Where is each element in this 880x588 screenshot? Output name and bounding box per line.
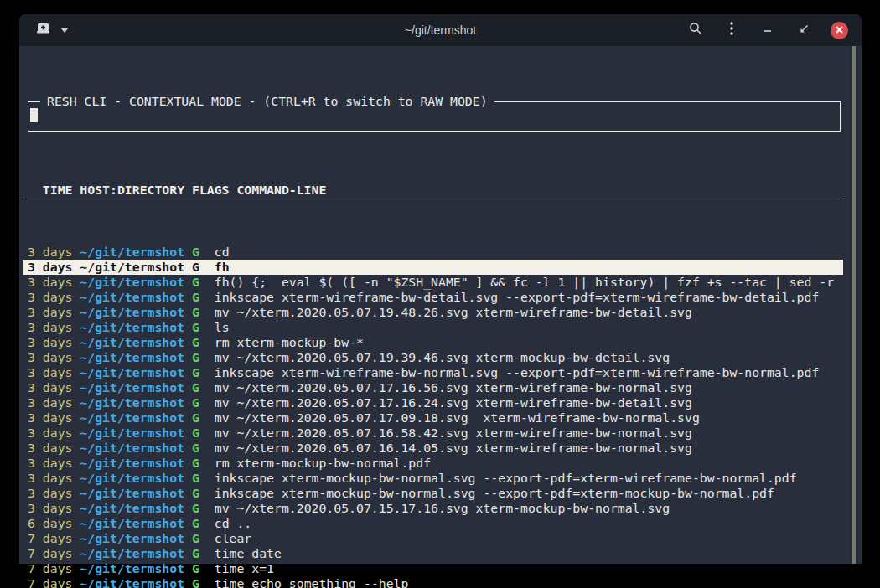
history-row[interactable]: 3 days ~/git/termshot G inkscape xterm-w… bbox=[23, 365, 843, 380]
row-flags: G bbox=[192, 576, 215, 588]
row-flags: G bbox=[192, 561, 215, 575]
history-row[interactable]: 3 days ~/git/termshot G inkscape xterm-w… bbox=[23, 290, 843, 305]
history-row[interactable]: 3 days ~/git/termshot G mv ~/xterm.2020.… bbox=[23, 426, 843, 441]
row-command: inkscape xterm-wireframe-bw-normal.svg -… bbox=[215, 365, 820, 379]
row-time: 3 days bbox=[28, 245, 80, 259]
row-time: 3 days bbox=[28, 456, 80, 470]
row-command: cd .. bbox=[215, 516, 252, 530]
history-row[interactable]: 3 days ~/git/termshot G mv ~/xterm.2020.… bbox=[23, 350, 843, 365]
row-time: 3 days bbox=[28, 441, 80, 455]
row-flags: G bbox=[192, 305, 215, 319]
row-command: mv ~/xterm.2020.05.07.19.39.46.svg xterm… bbox=[215, 350, 670, 364]
kebab-menu-icon bbox=[729, 21, 734, 39]
search-input[interactable]: RESH CLI - CONTEXTUAL MODE - (CTRL+R to … bbox=[28, 101, 841, 132]
row-directory: ~/git/termshot bbox=[80, 456, 192, 470]
history-row[interactable]: 3 days ~/git/termshot G fh() {; eval $( … bbox=[23, 275, 843, 290]
history-row[interactable]: 3 days ~/git/termshot G mv ~/xterm.2020.… bbox=[23, 395, 843, 410]
row-flags: G bbox=[192, 275, 215, 289]
row-time: 3 days bbox=[28, 260, 80, 274]
minimize-button[interactable] bbox=[758, 21, 777, 39]
row-time: 3 days bbox=[28, 486, 80, 500]
row-directory: ~/git/termshot bbox=[80, 275, 192, 289]
menu-button[interactable] bbox=[722, 21, 741, 39]
row-time: 3 days bbox=[28, 290, 80, 304]
row-flags: G bbox=[192, 501, 215, 515]
row-command: mv ~/xterm.2020.05.07.17.09.18.svg xterm… bbox=[215, 410, 700, 425]
row-flags: G bbox=[192, 245, 215, 259]
row-flags: G bbox=[192, 516, 215, 530]
history-row[interactable]: 3 days ~/git/termshot G rm xterm-mockup-… bbox=[23, 456, 843, 471]
row-command: rm xterm-mockup-bw-normal.pdf bbox=[215, 456, 431, 470]
history-row[interactable]: 3 days ~/git/termshot G mv ~/xterm.2020.… bbox=[23, 441, 843, 456]
history-list: 3 days ~/git/termshot G cd3 days ~/git/t… bbox=[23, 245, 843, 588]
row-time: 7 days bbox=[28, 576, 80, 588]
history-row[interactable]: 3 days ~/git/termshot G rm xterm-mockup-… bbox=[23, 335, 843, 350]
history-row[interactable]: 3 days ~/git/termshot G cd bbox=[23, 245, 843, 260]
row-time: 3 days bbox=[28, 320, 80, 334]
row-directory: ~/git/termshot bbox=[80, 245, 192, 259]
row-directory: ~/git/termshot bbox=[80, 531, 192, 545]
row-time: 3 days bbox=[28, 501, 80, 515]
row-command: time echo something --help bbox=[215, 576, 409, 588]
row-directory: ~/git/termshot bbox=[80, 350, 192, 364]
history-row[interactable]: 7 days ~/git/termshot G time echo someth… bbox=[23, 576, 843, 588]
row-command: ls bbox=[215, 320, 230, 334]
row-flags: G bbox=[192, 441, 215, 455]
row-flags: G bbox=[192, 471, 215, 485]
history-row[interactable]: 6 days ~/git/termshot G cd .. bbox=[23, 516, 843, 531]
history-row[interactable]: 3 days ~/git/termshot G ls bbox=[23, 320, 843, 335]
row-command: time x=1 bbox=[215, 561, 274, 575]
row-directory: ~/git/termshot bbox=[80, 335, 192, 349]
row-flags: G bbox=[192, 546, 215, 560]
titlebar[interactable]: ~/git/termshot bbox=[19, 14, 862, 46]
history-row[interactable]: 3 days ~/git/termshot G inkscape xterm-m… bbox=[23, 471, 843, 486]
row-flags: G bbox=[192, 456, 215, 470]
row-directory: ~/git/termshot bbox=[80, 561, 192, 575]
minimize-icon bbox=[763, 23, 773, 38]
row-flags: G bbox=[192, 426, 215, 440]
row-directory: ~/git/termshot bbox=[80, 486, 192, 500]
row-flags: G bbox=[192, 395, 215, 410]
row-directory: ~/git/termshot bbox=[80, 290, 192, 304]
restore-icon bbox=[799, 23, 810, 38]
row-command: mv ~/xterm.2020.05.07.16.58.42.svg xterm… bbox=[215, 426, 692, 440]
scrollbar-thumb[interactable] bbox=[852, 46, 856, 564]
row-command: cd bbox=[215, 245, 230, 259]
row-command: mv ~/xterm.2020.05.07.15.17.16.svg xterm… bbox=[215, 501, 670, 515]
history-row[interactable]: 7 days ~/git/termshot G time x=1 bbox=[23, 561, 843, 576]
row-time: 3 days bbox=[28, 426, 80, 440]
table-header: TIME HOST:DIRECTORY FLAGS COMMAND-LINE bbox=[23, 183, 843, 199]
history-row[interactable]: 7 days ~/git/termshot G clear bbox=[23, 531, 843, 546]
row-directory: ~/git/termshot bbox=[80, 516, 192, 530]
history-row[interactable]: 7 days ~/git/termshot G time date bbox=[23, 546, 843, 561]
row-directory: ~/git/termshot bbox=[80, 305, 192, 319]
chevron-down-icon[interactable] bbox=[60, 28, 69, 33]
row-time: 3 days bbox=[28, 275, 80, 289]
row-time: 6 days bbox=[28, 516, 80, 530]
terminal-screen[interactable]: RESH CLI - CONTEXTUAL MODE - (CTRL+R to … bbox=[19, 46, 862, 564]
search-button[interactable] bbox=[686, 21, 705, 39]
close-icon bbox=[835, 23, 844, 38]
row-command: clear bbox=[215, 531, 252, 545]
restore-button[interactable] bbox=[795, 21, 813, 39]
history-row[interactable]: 3 days ~/git/termshot G mv ~/xterm.2020.… bbox=[23, 305, 843, 320]
history-row[interactable]: 3 days ~/git/termshot G mv ~/xterm.2020.… bbox=[23, 380, 843, 395]
history-row[interactable]: 3 days ~/git/termshot G fh bbox=[23, 260, 843, 275]
row-time: 3 days bbox=[28, 410, 80, 425]
history-row[interactable]: 3 days ~/git/termshot G mv ~/xterm.2020.… bbox=[23, 410, 843, 426]
row-flags: G bbox=[192, 380, 215, 395]
row-time: 3 days bbox=[28, 305, 80, 319]
history-row[interactable]: 3 days ~/git/termshot G inkscape xterm-m… bbox=[23, 486, 843, 501]
new-tab-terminal-icon bbox=[36, 22, 50, 39]
row-time: 3 days bbox=[28, 471, 80, 485]
row-command: mv ~/xterm.2020.05.07.16.14.05.svg xterm… bbox=[215, 441, 692, 455]
history-row[interactable]: 3 days ~/git/termshot G mv ~/xterm.2020.… bbox=[23, 501, 843, 516]
row-directory: ~/git/termshot bbox=[80, 365, 192, 379]
row-flags: G bbox=[192, 365, 215, 379]
row-command: mv ~/xterm.2020.05.07.17.16.24.svg xterm… bbox=[215, 395, 692, 410]
row-directory: ~/git/termshot bbox=[80, 471, 192, 485]
row-time: 3 days bbox=[28, 350, 80, 364]
close-button[interactable] bbox=[831, 22, 848, 39]
row-time: 3 days bbox=[28, 365, 80, 379]
new-tab-button[interactable] bbox=[36, 22, 69, 39]
